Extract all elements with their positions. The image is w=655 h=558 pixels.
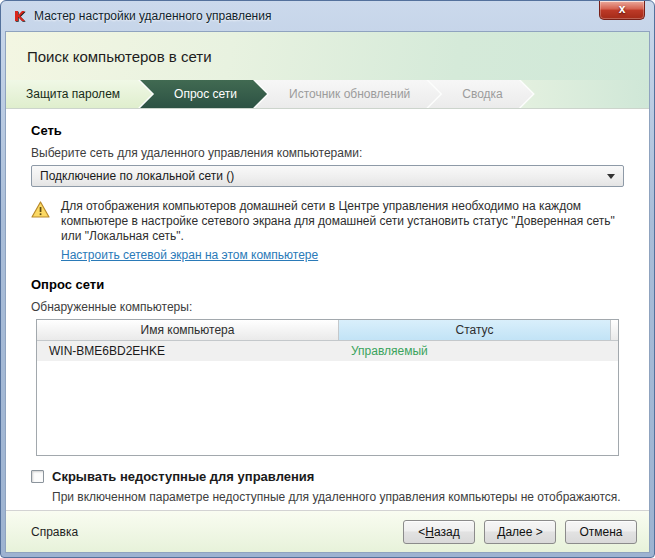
warning-body: Для отображения компьютеров домашней сет… bbox=[61, 199, 624, 263]
dialog-body: Сеть Выберите сеть для удаленного управл… bbox=[6, 109, 649, 510]
network-select-label: Выберите сеть для удаленного управления … bbox=[31, 146, 624, 160]
tab-summary[interactable]: Сводка bbox=[428, 80, 533, 108]
tab-network-poll[interactable]: Опрос сети bbox=[140, 80, 267, 108]
footer-bar: Справка < Назад Далее > Отмена bbox=[6, 510, 649, 552]
warning-block: Для отображения компьютеров домашней сет… bbox=[31, 199, 624, 263]
back-button[interactable]: < Назад bbox=[403, 520, 475, 544]
table-row[interactable]: WIN-BME6BD2EHKE Управляемый bbox=[37, 341, 618, 361]
dialog-panel: Поиск компьютеров в сети Защита паролем … bbox=[5, 31, 650, 553]
computer-status-cell: Управляемый bbox=[339, 344, 618, 358]
wizard-steps: Защита паролем Опрос сети Источник обнов… bbox=[6, 80, 649, 109]
window-title: Мастер настройки удаленного управления bbox=[34, 9, 271, 23]
hide-option-row: Скрывать недоступные для управления bbox=[31, 469, 624, 484]
wizard-window: Мастер настройки удаленного управления x… bbox=[0, 0, 655, 558]
warning-text: Для отображения компьютеров домашней сет… bbox=[61, 199, 615, 243]
warning-icon bbox=[31, 201, 50, 218]
title-bar: Мастер настройки удаленного управления x bbox=[1, 1, 654, 31]
close-icon: x bbox=[619, 2, 626, 16]
tab-update-source[interactable]: Источник обновлений bbox=[255, 80, 440, 108]
tab-password-protection[interactable]: Защита паролем bbox=[6, 80, 152, 108]
network-combobox[interactable]: Подключение по локальной сети () bbox=[31, 165, 624, 187]
hide-unavailable-label[interactable]: Скрывать недоступные для управления bbox=[52, 469, 314, 484]
computers-table: Имя компьютера Статус WIN-BME6BD2EHKE Уп… bbox=[36, 319, 619, 456]
poll-section-title: Опрос сети bbox=[31, 277, 624, 292]
help-link[interactable]: Справка bbox=[31, 525, 78, 539]
hide-option-description: При включенном параметре недоступные для… bbox=[52, 490, 624, 504]
page-title: Поиск компьютеров в сети bbox=[27, 48, 212, 65]
page-header: Поиск компьютеров в сети bbox=[6, 32, 649, 80]
kaspersky-logo-icon bbox=[11, 8, 27, 24]
next-button[interactable]: Далее > bbox=[484, 520, 556, 544]
column-header-status[interactable]: Статус bbox=[339, 320, 610, 340]
discovered-computers-label: Обнаруженные компьютеры: bbox=[31, 300, 624, 314]
cancel-button[interactable]: Отмена bbox=[565, 520, 637, 544]
table-header-spacer bbox=[610, 320, 618, 340]
chevron-down-icon bbox=[607, 174, 615, 179]
network-combobox-value: Подключение по локальной сети () bbox=[40, 169, 607, 183]
computer-name-cell: WIN-BME6BD2EHKE bbox=[37, 344, 339, 358]
hide-unavailable-checkbox[interactable] bbox=[31, 470, 44, 483]
table-header: Имя компьютера Статус bbox=[37, 320, 618, 341]
column-header-name[interactable]: Имя компьютера bbox=[37, 320, 339, 340]
tabbar-filler bbox=[521, 80, 649, 108]
network-section-title: Сеть bbox=[31, 123, 624, 138]
firewall-settings-link[interactable]: Настроить сетевой экран на этом компьюте… bbox=[61, 248, 318, 263]
close-button[interactable]: x bbox=[599, 1, 645, 20]
